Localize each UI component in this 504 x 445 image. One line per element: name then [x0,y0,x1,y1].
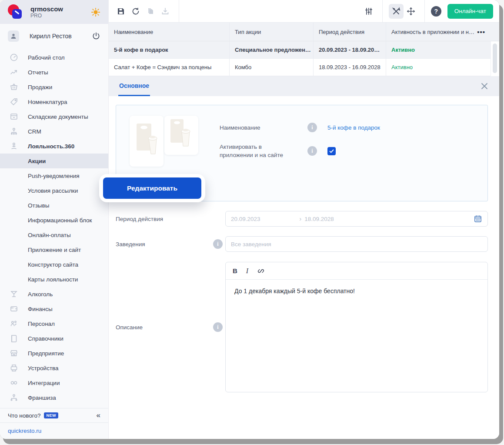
sidebar-item-integrations[interactable]: Интеграции [0,375,108,390]
sidebar-item-directories[interactable]: Справочники [0,331,108,346]
sidebar-item-franchise[interactable]: Франшиза [0,390,108,405]
sidebar-subitem-infoblock[interactable]: Информационный блок [0,213,108,228]
whats-new-row[interactable]: Что нового? NEW « [0,408,108,422]
info-icon[interactable]: i [213,322,223,332]
link-icon[interactable] [257,267,265,275]
devices-icon [10,364,18,372]
period-to-value[interactable]: 18.09.2028 [304,216,334,222]
close-icon[interactable] [480,82,489,90]
help-icon[interactable]: ? [431,6,441,17]
sidebar-subitem-app-site[interactable]: Приложение и сайт [0,242,108,257]
promo-photo-2[interactable] [164,116,198,155]
user-avatar-icon [8,30,19,42]
description-text[interactable]: До 1 декабря каждый 5-й кофе бесплатно! [226,280,487,392]
description-row: Описание i B I До 1 декабря каждый 5-й к… [116,252,488,392]
table-header: Наименование Тип акции Период действия А… [109,23,499,41]
brand-block: qrmoscow PRO [30,5,63,19]
sidebar-item-sales[interactable]: Продажи [0,80,108,94]
column-header-type[interactable]: Тип акции [230,23,314,41]
move-icon[interactable] [407,7,415,16]
logout-power-icon[interactable] [92,32,100,40]
table-more-icon[interactable]: ••• [477,28,485,36]
sidebar-subitem-site-builder[interactable]: Конструктор сайта [0,257,108,272]
table-row[interactable]: 5-й кофе в подарок Специальное предложен… [109,41,499,59]
venues-field[interactable] [231,237,482,251]
sidebar-item-loyalty360[interactable]: Лояльность.360 [0,139,108,154]
sidebar-subitem-online-payments[interactable]: Онлайн-оплаты [0,228,108,242]
venues-input[interactable] [225,236,488,252]
sidebar-item-nomenclature[interactable]: Номенклатура [0,94,108,109]
tools-button[interactable] [389,4,404,19]
directories-icon [10,334,18,343]
promo-name-value[interactable]: 5-й кофе в подарок [327,124,380,131]
sidebar-subitem-loyalty-cards[interactable]: Карты лояльности [0,272,108,287]
sidebar: qrmoscow PRO Кирилл Рестов Рабочи [0,0,109,439]
tab-main[interactable]: Основное [118,76,150,96]
period-row: Период действия 20.09.2023 › 18.09.2028 [116,211,488,227]
panel-tabstrip: Основное [109,76,499,96]
download-icon [161,7,170,16]
table-row[interactable]: Салат + Кофе = Сэндвич за полцены Комбо … [109,59,499,76]
activate-checkbox[interactable] [327,147,336,155]
column-header-name[interactable]: Наименование [109,23,230,41]
sidebar-item-dashboard[interactable]: Рабочий стол [0,50,108,65]
app-window: qrmoscow PRO Кирилл Рестов Рабочи [0,0,499,439]
finance-icon [10,304,18,313]
online-chat-button[interactable]: Онлайн-чат [447,4,493,19]
brand-plan: PRO [30,13,63,19]
promo-photo-1[interactable] [130,116,164,167]
edit-callout: Редактировать [99,174,205,202]
sidebar-item-reports[interactable]: Отчеты [0,65,108,80]
sidebar-subitem-push[interactable]: Push-уведомления [0,168,108,183]
italic-icon[interactable]: I [246,267,248,275]
period-input[interactable]: 20.09.2023 › 18.09.2028 [225,211,488,227]
edit-button[interactable]: Редактировать [103,177,201,199]
info-icon[interactable]: i [213,239,223,249]
user-row[interactable]: Кирилл Рестов [0,26,108,47]
calendar-icon[interactable] [474,214,482,223]
copy-icon [146,7,155,16]
top-toolbar: ? Онлайн-чат [109,0,499,23]
reports-icon [10,68,18,77]
info-icon[interactable]: i [307,146,317,156]
table-scrollbar[interactable] [491,41,499,76]
theme-sun-icon[interactable] [91,7,100,17]
sales-basket-icon [10,83,18,91]
staff-icon [10,319,18,328]
filters-icon[interactable] [364,7,373,16]
sidebar-item-warehouse[interactable]: Складские документы [0,109,108,124]
column-header-period[interactable]: Период действия [314,23,386,41]
description-label: Описание [116,324,143,331]
column-header-activity[interactable]: Активность в приложении и н… ••• [386,23,491,41]
sidebar-menu: Рабочий стол Отчеты Продажи Номенклатура… [0,47,108,408]
bold-icon[interactable]: B [233,267,237,274]
save-icon[interactable] [117,7,125,16]
sidebar-item-edo[interactable]: ЭДО и маркировка [0,405,108,408]
sidebar-item-devices[interactable]: Устройства [0,361,108,375]
user-name: Кирилл Рестов [30,33,72,40]
sidebar-item-enterprise[interactable]: Предприятие [0,346,108,361]
sidebar-item-crm[interactable]: CRM [0,124,108,139]
site-row: quickresto.ru [0,422,108,439]
sidebar-item-alcohol[interactable]: Алкоголь [0,287,108,301]
info-icon[interactable]: i [307,123,317,132]
venues-row: Заведения i [116,236,488,252]
sidebar-subitem-reviews[interactable]: Отзывы [0,198,108,213]
name-row: Наименование i 5-й кофе в подарок [220,123,380,132]
sidebar-subitem-mailing[interactable]: Условия рассылки [0,183,108,198]
alcohol-icon [10,290,18,298]
sidebar-item-finance[interactable]: Финансы [0,301,108,316]
sidebar-item-staff[interactable]: Персонал [0,316,108,331]
main-area: ? Онлайн-чат Наименование Тип акции Пери… [109,0,499,439]
period-from-value[interactable]: 20.09.2023 [231,216,260,222]
quickresto-link[interactable]: quickresto.ru [8,428,41,434]
price-tag-icon [10,97,18,106]
sidebar-footer: Что нового? NEW « quickresto.ru [0,408,108,439]
franchise-icon [10,393,18,402]
quickresto-logo [8,4,23,20]
collapse-sidebar-icon[interactable]: « [97,411,100,420]
loyalty-icon [10,142,18,151]
editor-toolbar: B I [226,262,487,280]
sidebar-subitem-promotions[interactable]: Акции [0,154,108,168]
refresh-icon[interactable] [131,7,140,16]
